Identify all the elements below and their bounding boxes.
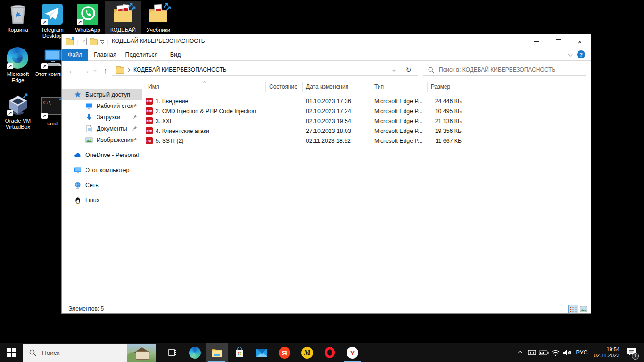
desktop-icon-kodebay[interactable]: ↗ ↗ КОДЕБАЙ xyxy=(105,1,141,34)
file-row[interactable]: PDF3. XXE 02.10.2023 19:54 Microsoft Edg… xyxy=(146,116,584,126)
column-separator[interactable] xyxy=(371,82,371,92)
folder-pdf-icon: ↗ ↗ xyxy=(147,3,170,25)
chevron-up-icon xyxy=(518,350,522,355)
sidebar-item-onedrive[interactable]: OneDrive - Personal xyxy=(62,149,142,161)
sidebar-item-this-pc[interactable]: Этот компьютер xyxy=(62,165,142,176)
sidebar-item-desktop[interactable]: Рабочий стол xyxy=(62,100,142,112)
pin-icon xyxy=(132,137,137,142)
tab-share[interactable]: Поделиться xyxy=(122,49,161,61)
desktop-icon-label: Oracle VM VirtualBox xyxy=(0,118,36,130)
refresh-button[interactable]: ↻ xyxy=(399,64,418,76)
microsoft-store-icon xyxy=(234,347,245,358)
taskbar-m-browser[interactable]: M xyxy=(296,343,318,362)
file-row[interactable]: PDF5. SSTI (2) 02.11.2023 18:52 Microsof… xyxy=(146,136,584,146)
taskbar-store[interactable] xyxy=(228,343,250,362)
taskbar-opera[interactable] xyxy=(319,343,341,362)
address-bar[interactable]: КОДЕБАЙ КИБЕРБЕЗОПАСНОСТЬ xyxy=(112,64,399,76)
desktop-icon-uchebniki[interactable]: ↗ ↗ Учебники xyxy=(140,1,176,34)
desktop-icon-recycle-bin[interactable]: Корзина xyxy=(0,1,36,34)
maximize-button[interactable] xyxy=(547,34,569,49)
file-name-cell: PDF1. Введение xyxy=(146,98,188,105)
desktop-icon-virtualbox[interactable]: ↗ ↗ Oracle VM VirtualBox xyxy=(0,92,36,131)
action-center-icon: 1 xyxy=(627,348,636,358)
tab-view[interactable]: Вид xyxy=(165,49,186,61)
sidebar-item-quick-access[interactable]: Быстрый доступ xyxy=(62,89,142,100)
properties-icon[interactable]: ✓ xyxy=(81,38,87,45)
tab-file[interactable]: Файл xyxy=(62,49,88,61)
desktop-icon-label: Корзина xyxy=(0,27,36,33)
search-input[interactable] xyxy=(438,66,581,74)
address-dropdown-icon[interactable] xyxy=(392,68,396,71)
cast-icon[interactable] xyxy=(526,343,537,362)
taskbar-explorer[interactable] xyxy=(206,343,228,362)
search-highlight-image[interactable] xyxy=(127,344,156,362)
cmd-icon: C:\_ ↗ ↗ ↗ xyxy=(41,97,64,119)
window-controls: × xyxy=(526,34,591,49)
up-button[interactable]: ↑ xyxy=(99,61,112,80)
search-box[interactable] xyxy=(423,64,586,76)
desktop-icon-whatsapp[interactable]: ↗ WhatsApp xyxy=(70,1,106,34)
taskbar-yandex-browser[interactable]: Y xyxy=(341,343,363,362)
taskbar-search[interactable] xyxy=(23,344,156,362)
file-size: 24 446 КБ xyxy=(424,98,462,105)
taskbar-edge[interactable] xyxy=(184,343,206,362)
minimize-button[interactable] xyxy=(526,34,547,49)
desktop-icon-edge[interactable]: ↗ Microsoft Edge xyxy=(0,46,36,84)
sidebar-item-label: Быстрый доступ xyxy=(85,91,130,98)
thumbnail-view-button[interactable] xyxy=(578,305,589,313)
sidebar-item-documents[interactable]: Документы xyxy=(62,123,142,134)
action-center-button[interactable]: 1 xyxy=(623,343,639,362)
file-size: 11 667 КБ xyxy=(424,138,462,144)
taskbar-mail[interactable] xyxy=(251,343,273,362)
column-header-size[interactable]: Размер xyxy=(431,83,450,90)
column-separator[interactable] xyxy=(302,82,303,92)
language-indicator[interactable]: РУС xyxy=(573,343,590,362)
column-separator[interactable] xyxy=(427,82,428,92)
window-title: КОДЕБАЙ КИБЕРБЕЗОПАСНОСТЬ xyxy=(112,38,205,44)
separator: | xyxy=(107,38,108,45)
sidebar-item-label: Документы xyxy=(97,125,127,132)
taskbar-search-input[interactable] xyxy=(41,349,127,357)
cmd-prompt-text: C:\_ xyxy=(42,100,54,105)
details-view-icon xyxy=(570,306,577,312)
battery-icon[interactable] xyxy=(537,343,550,362)
file-modified: 02.10.2023 19:54 xyxy=(306,118,351,124)
clock[interactable]: 19:54 02.11.2023 xyxy=(590,346,619,359)
file-row[interactable]: PDF4. Клиентские атаки 27.10.2023 18:03 … xyxy=(146,126,584,136)
sidebar-item-network[interactable]: Сеть xyxy=(62,180,142,191)
file-modified: 01.10.2023 17:36 xyxy=(306,98,351,105)
new-folder-icon[interactable] xyxy=(66,38,74,45)
tab-home[interactable]: Главная xyxy=(91,49,120,61)
column-header-modified[interactable]: Дата изменения xyxy=(306,83,348,90)
sidebar-item-pictures[interactable]: Изображения xyxy=(62,134,142,146)
qat-customize-icon[interactable] xyxy=(100,40,104,43)
forward-button[interactable]: → xyxy=(80,61,92,80)
wifi-icon[interactable] xyxy=(550,343,561,362)
folder-icon[interactable] xyxy=(90,38,98,45)
column-header-status[interactable]: Состояние xyxy=(269,83,297,90)
volume-icon[interactable] xyxy=(561,343,573,362)
column-header-type[interactable]: Тип xyxy=(374,83,384,90)
task-view-button[interactable] xyxy=(161,343,183,362)
close-button[interactable]: × xyxy=(569,34,591,49)
column-header-name[interactable]: Имя xyxy=(148,83,159,90)
start-button[interactable] xyxy=(0,343,23,362)
file-name-cell: PDF3. XXE xyxy=(146,117,173,124)
navigation-pane: Быстрый доступ Рабочий стол Загрузки Док… xyxy=(62,80,142,304)
ribbon-collapse-icon[interactable] xyxy=(568,52,573,57)
column-separator[interactable] xyxy=(265,82,266,92)
help-button[interactable]: ? xyxy=(577,50,585,58)
recent-locations-icon[interactable] xyxy=(93,68,97,72)
tray-expand-button[interactable] xyxy=(515,343,525,362)
taskbar-yandex[interactable]: Я xyxy=(273,343,296,362)
details-view-button[interactable] xyxy=(568,305,578,313)
file-row[interactable]: PDF1. Введение 01.10.2023 17:36 Microsof… xyxy=(146,96,584,106)
column-separator[interactable] xyxy=(465,82,465,92)
sidebar-item-linux[interactable]: Linux xyxy=(62,195,142,206)
sidebar-item-downloads[interactable]: Загрузки xyxy=(62,112,142,123)
windows-logo-icon xyxy=(7,348,16,357)
file-row[interactable]: PDF2. CMD Injection & PHP Code Injection… xyxy=(146,106,584,116)
back-button[interactable]: ← xyxy=(66,61,78,80)
status-bar: Элементов: 5 xyxy=(62,304,591,313)
desktop-icon-label: Microsoft Edge xyxy=(0,71,36,83)
